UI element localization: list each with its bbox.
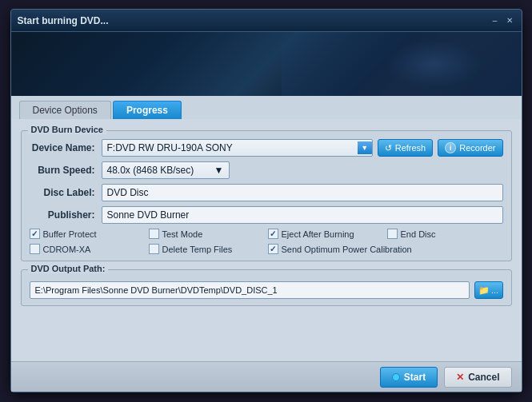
device-name-value: F:DVD RW DRU-190A SONY	[107, 142, 233, 153]
cb-buffer-protect-icon[interactable]	[30, 229, 40, 239]
burn-speed-value: 48.0x (8468 KB/sec)	[107, 165, 194, 176]
disc-label-label: Disc Label:	[30, 187, 102, 198]
refresh-icon: ↺	[385, 143, 392, 153]
start-dot-icon	[392, 373, 400, 381]
tab-device-options[interactable]: Device Options	[19, 101, 111, 119]
disc-label-control	[102, 184, 503, 201]
tab-progress[interactable]: Progress	[113, 101, 182, 119]
dropdown-arrow-icon: ▼	[358, 141, 372, 154]
device-name-dropdown[interactable]: F:DVD RW DRU-190A SONY ▼	[102, 139, 373, 157]
cb-test-mode-icon[interactable]	[149, 229, 159, 239]
device-section-label: DVD Burn Device	[28, 125, 106, 134]
device-section: DVD Burn Device Device Name: F:DVD RW DR…	[21, 130, 512, 261]
disc-label-input[interactable]	[102, 184, 503, 201]
burn-speed-control: 48.0x (8468 KB/sec) ▼	[102, 161, 503, 179]
output-path-section: DVD Output Path: 📁 ...	[21, 269, 512, 306]
cb-delete-temp-icon[interactable]	[149, 244, 159, 254]
refresh-button[interactable]: ↺ Refresh	[378, 139, 434, 157]
device-name-row: Device Name: F:DVD RW DRU-190A SONY ▼ ↺ …	[30, 139, 503, 157]
checkbox-grid: Buffer Protect Test Mode Eject After Bur…	[30, 229, 503, 254]
speed-arrow-icon: ▼	[214, 165, 224, 176]
checkbox-eject-after-burning[interactable]: Eject After Burning	[268, 229, 384, 239]
cb-send-optimum-icon[interactable]	[268, 244, 278, 254]
main-panel: DVD Burn Device Device Name: F:DVD RW DR…	[11, 119, 522, 361]
burn-speed-dropdown[interactable]: 48.0x (8468 KB/sec) ▼	[102, 161, 230, 179]
publisher-control	[102, 206, 503, 224]
output-path-label: DVD Output Path:	[28, 264, 109, 273]
burn-speed-label: Burn Speed:	[30, 165, 102, 176]
cb-cdrom-xa-icon[interactable]	[30, 244, 40, 254]
header-image	[11, 32, 522, 96]
output-path-input[interactable]	[30, 281, 470, 299]
publisher-input[interactable]	[102, 206, 503, 224]
checkbox-test-mode[interactable]: Test Mode	[149, 229, 265, 239]
checkbox-end-disc[interactable]: End Disc	[387, 229, 503, 239]
minimize-button[interactable]: –	[490, 15, 501, 26]
checkbox-cdrom-xa[interactable]: CDROM-XA	[30, 244, 146, 254]
title-bar: Start burning DVD... – ✕	[11, 10, 522, 32]
checkbox-delete-temp[interactable]: Delete Temp Files	[149, 244, 265, 254]
publisher-label: Publisher:	[30, 209, 102, 221]
tab-bar: Device Options Progress	[11, 96, 522, 119]
recorder-button[interactable]: i Recorder	[438, 139, 502, 157]
bottom-bar: Start ✕ Cancel	[11, 361, 522, 392]
start-button[interactable]: Start	[380, 367, 438, 388]
browse-folder-button[interactable]: 📁 ...	[474, 281, 503, 299]
checkbox-send-optimum[interactable]: Send Optimum Power Calibration	[268, 244, 503, 254]
window-title: Start burning DVD...	[18, 15, 490, 26]
disc-label-row: Disc Label:	[30, 184, 503, 201]
device-name-control: F:DVD RW DRU-190A SONY ▼ ↺ Refresh i Rec…	[102, 139, 503, 157]
cb-eject-after-burning-icon[interactable]	[268, 229, 278, 239]
publisher-row: Publisher:	[30, 206, 503, 224]
cancel-button[interactable]: ✕ Cancel	[444, 367, 511, 388]
close-button[interactable]: ✕	[504, 15, 515, 26]
folder-icon: 📁	[478, 285, 490, 296]
cb-end-disc-icon[interactable]	[387, 229, 398, 239]
device-name-label: Device Name:	[30, 142, 102, 153]
output-path-row: 📁 ...	[30, 281, 503, 299]
cancel-x-icon: ✕	[456, 372, 464, 383]
checkbox-buffer-protect[interactable]: Buffer Protect	[30, 229, 146, 239]
content-area: Device Options Progress DVD Burn Device …	[11, 96, 522, 392]
recorder-icon: i	[445, 142, 456, 153]
burn-speed-row: Burn Speed: 48.0x (8468 KB/sec) ▼	[30, 161, 503, 179]
